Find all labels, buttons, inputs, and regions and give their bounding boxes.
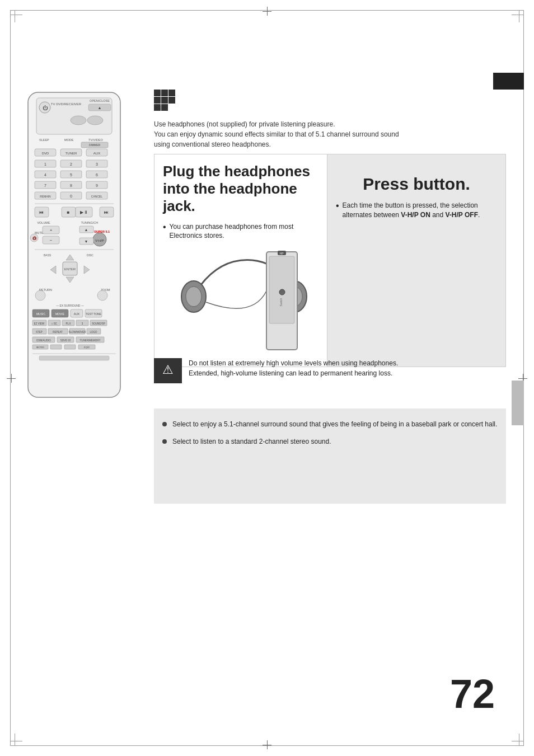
svg-text:MOVIE: MOVIE: [55, 312, 65, 316]
svg-text:7: 7: [44, 184, 46, 187]
svg-text:REMAIN: REMAIN: [40, 195, 51, 198]
svg-text:MUSIC: MUSIC: [36, 312, 46, 316]
svg-text:— EX·SURROUND —: — EX·SURROUND —: [56, 304, 84, 307]
step2-bullet1: • Each time the button is pressed, the s…: [336, 201, 497, 220]
svg-rect-2: [168, 90, 175, 96]
svg-text:MUTE: MUTE: [35, 231, 44, 234]
svg-text:+: +: [50, 228, 53, 233]
intro-text: Use headphones (not supplied) for privat…: [154, 119, 506, 149]
bullet-dot: •: [163, 221, 166, 233]
svg-rect-1: [161, 90, 168, 96]
bottom-bullet-2: [162, 439, 167, 444]
svg-text:MUTED: MUTED: [36, 346, 44, 349]
svg-text:OPEN/CLOSE: OPEN/CLOSE: [90, 99, 110, 102]
svg-text:LOGO: LOGO: [90, 331, 97, 334]
svg-text:Switch: Switch: [279, 298, 283, 307]
step1-title: Plug the headphones into the headphone j…: [163, 163, 318, 215]
svg-point-90: [97, 290, 107, 300]
warning-line2: Extended, high-volume listening can lead…: [189, 369, 392, 377]
tick-mark: [10, 741, 22, 741]
bottom-bullet-1: [162, 422, 167, 426]
svg-rect-6: [154, 104, 161, 111]
headphone-device-svg: HP Switch: [163, 246, 320, 358]
bullet-dot: •: [336, 200, 339, 212]
svg-text:5: 5: [70, 173, 72, 177]
crosshair-top: [264, 8, 270, 15]
svg-text:SUPER 5.1: SUPER 5.1: [94, 230, 110, 233]
svg-text:ENTER: ENTER: [64, 267, 76, 271]
svg-text:⏭: ⏭: [104, 210, 109, 215]
tick-mark: [519, 10, 519, 22]
remote-control-svg: ⏻ TV DVD/RECEIVER OPEN/CLOSE ▲ SLEEP MOD…: [22, 90, 126, 403]
bottom-row-2-content: Select to listen to a standard 2-channel…: [172, 437, 331, 447]
svg-point-17: [87, 116, 103, 125]
bottom-row-1: Select to enjoy a 5.1-channel surround s…: [162, 420, 498, 429]
tick-mark: [15, 10, 15, 22]
svg-text:AUX: AUX: [74, 312, 80, 316]
svg-text:0: 0: [70, 194, 72, 198]
svg-text:TEST TONE: TEST TONE: [86, 312, 101, 316]
svg-point-141: [279, 289, 285, 295]
tick-mark: [519, 734, 519, 746]
step1-column: Plug the headphones into the headphone j…: [154, 154, 327, 367]
svg-text:TV  DVD/RECEIVER: TV DVD/RECEIVER: [51, 102, 82, 106]
warning-icon-svg: ⚠: [154, 358, 182, 383]
intro-line1: Use headphones (not supplied) for privat…: [154, 119, 506, 129]
svg-text:2: 2: [70, 162, 72, 166]
svg-text:PL II: PL II: [65, 322, 71, 325]
headphone-illustration: HP Switch: [163, 246, 318, 358]
bottom-desc-1: Select to enjoy a 5.1-channel surround s…: [172, 420, 497, 428]
svg-text:■: ■: [67, 210, 70, 215]
svg-text:3: 3: [96, 162, 98, 166]
svg-rect-7: [161, 104, 168, 111]
svg-text:VOLUME: VOLUME: [37, 221, 50, 224]
tick-mark: [512, 741, 524, 741]
svg-text:▲: ▲: [98, 106, 102, 110]
step2-column: Press button. • Each time the button is …: [327, 154, 506, 367]
headphone-mosaic-icon: [154, 90, 185, 115]
svg-text:⏻: ⏻: [43, 105, 48, 111]
warning-text: Do not listen at extremely high volume l…: [189, 358, 398, 378]
svg-text:DSM/AUDIO: DSM/AUDIO: [36, 339, 51, 342]
svg-text:HP: HP: [280, 252, 284, 255]
svg-text:8: 8: [70, 184, 72, 187]
svg-point-88: [35, 290, 45, 300]
svg-text:CANCEL: CANCEL: [91, 195, 103, 198]
step1-bullet1-text: You can purchase headphones from most El…: [170, 222, 318, 241]
svg-text:TV/VIDEO: TV/VIDEO: [88, 138, 103, 142]
remote-control-area: ⏻ TV DVD/RECEIVER OPEN/CLOSE ▲ SLEEP MOD…: [22, 90, 146, 405]
svg-text:⚠: ⚠: [162, 363, 174, 377]
svg-text:⏮: ⏮: [39, 210, 44, 215]
svg-rect-126: [50, 345, 62, 349]
bottom-section: Select to enjoy a 5.1-channel surround s…: [154, 408, 506, 504]
crosshair-left: [8, 375, 15, 382]
svg-text:−: −: [50, 238, 53, 243]
svg-text:DIMMER: DIMMER: [89, 143, 101, 147]
svg-text:SDVD IO: SDVD IO: [60, 339, 71, 342]
svg-rect-127: [64, 345, 76, 349]
warning-box: ⚠ Do not listen at extremely high volume…: [154, 358, 506, 383]
page-number: 72: [450, 671, 495, 717]
intro-line3: using conventional stereo headphones.: [154, 139, 506, 149]
svg-text:SLOW/MOVER: SLOW/MOVER: [68, 331, 86, 334]
bottom-row-1-content: Select to enjoy a 5.1-channel surround s…: [172, 420, 497, 429]
svg-text:6: 6: [96, 173, 98, 177]
svg-text:▲: ▲: [85, 228, 88, 232]
svg-text:DISC: DISC: [87, 253, 93, 257]
svg-text:□ SC: □ SC: [51, 322, 58, 325]
svg-rect-131: [39, 356, 109, 360]
svg-rect-3: [161, 97, 168, 104]
step2-bullet1-text: Each time the button is pressed, the sel…: [343, 201, 497, 220]
svg-text:▼: ▼: [85, 240, 88, 243]
svg-text:9: 9: [96, 184, 98, 187]
svg-text:SLEEP: SLEEP: [39, 138, 49, 142]
svg-text:V-H/P: V-H/P: [95, 239, 104, 242]
svg-text:AUX: AUX: [93, 152, 100, 155]
tick-mark: [10, 15, 22, 15]
svg-text:EQ/D: EQ/D: [84, 346, 90, 349]
instruction-columns: Plug the headphones into the headphone j…: [154, 154, 506, 367]
step2-title: Press button.: [336, 174, 497, 194]
svg-text:▶⏸: ▶⏸: [80, 210, 88, 215]
svg-point-16: [71, 116, 86, 125]
svg-rect-5: [154, 97, 161, 104]
